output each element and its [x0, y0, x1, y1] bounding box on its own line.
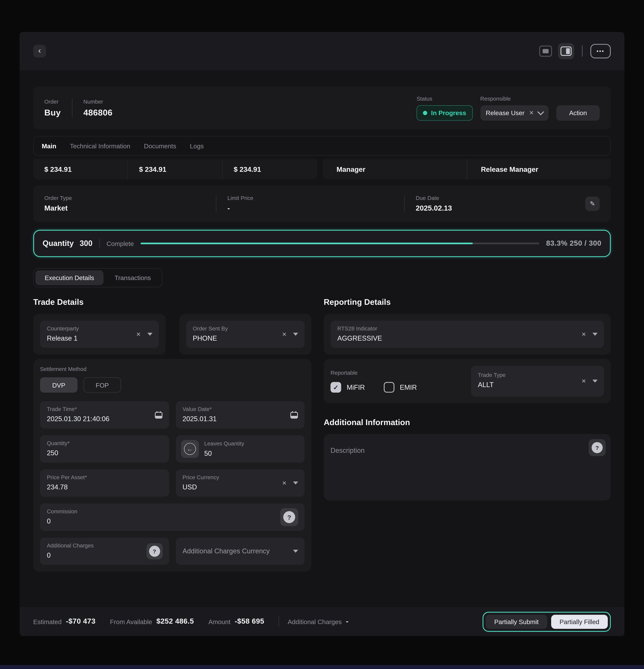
partially-filled-button[interactable]: Partially Filled — [551, 614, 608, 629]
emir-checkbox-item[interactable]: EMIR — [384, 382, 417, 393]
commission-value: 0 — [47, 517, 298, 525]
more-options-button[interactable]: ••• — [590, 44, 611, 58]
split-panel-button[interactable] — [558, 43, 574, 59]
price-currency-label: Price Currency — [182, 474, 298, 481]
tab-main[interactable]: Main — [42, 142, 56, 150]
order-number-group: Number 486806 — [83, 98, 113, 117]
chevron-down-icon[interactable] — [538, 109, 544, 115]
fullscreen-layout-icon[interactable] — [539, 46, 552, 57]
manager-card: Manager Release Manager — [323, 159, 611, 180]
order-number-value: 486806 — [83, 108, 113, 117]
clear-icon[interactable]: ✕ — [529, 110, 534, 116]
counterparty-select[interactable]: Counterparty Release 1 ✕ — [40, 321, 159, 348]
additional-charges-help-button[interactable]: ? — [146, 543, 163, 559]
price-per-asset-value: 234.78 — [47, 483, 162, 491]
quantity-progress-card: Quantity 300 Complete 83.3% 250 / 300 — [33, 230, 611, 257]
limit-price-label: Limit Price — [228, 195, 404, 201]
quantity-divider — [99, 238, 100, 248]
value-date-label: Value Date* — [182, 406, 298, 412]
rts28-label: RTS28 Indicator — [337, 325, 597, 332]
caret-down-icon[interactable] — [592, 333, 598, 336]
status-label: Status — [416, 95, 472, 102]
order-sent-by-label: Order Sent By — [193, 325, 298, 332]
caret-down-icon[interactable] — [293, 550, 298, 553]
reportable-label: Reportable — [331, 370, 417, 376]
quantity-label: Quantity — [43, 239, 74, 248]
description-help-button[interactable]: ? — [589, 439, 606, 456]
order-card-divider — [404, 195, 405, 212]
question-icon: ? — [283, 511, 295, 523]
checkbox-checked-icon[interactable]: ✓ — [331, 382, 341, 393]
settlement-method-label: Settlement Method — [40, 366, 305, 372]
window-controls: ••• — [539, 43, 611, 59]
quantity-field[interactable]: Quantity* 250 — [40, 435, 169, 462]
order-header-card: Order Buy Number 486806 Status In Progre… — [33, 86, 611, 129]
quantity-field-label: Quantity* — [47, 440, 162, 446]
price-strip: $ 234.91 $ 234.91 $ 234.91 Manager Relea… — [33, 159, 611, 180]
caret-down-icon[interactable] — [592, 380, 598, 383]
commission-help-button[interactable]: ? — [280, 508, 298, 526]
clear-icon[interactable]: ✕ — [136, 331, 141, 338]
trade-details-title: Trade Details — [33, 298, 311, 307]
pencil-icon: ✎ — [590, 200, 595, 208]
partially-submit-button[interactable]: Partially Submit — [486, 614, 547, 629]
caret-down-icon[interactable] — [147, 333, 152, 336]
clear-icon[interactable]: ✕ — [282, 331, 287, 338]
back-button[interactable]: ‹ — [33, 45, 46, 58]
description-textarea[interactable]: Description — [331, 447, 604, 455]
price-per-asset-label: Price Per Asset* — [47, 474, 162, 481]
clear-icon[interactable]: ✕ — [282, 480, 287, 486]
tab-logs[interactable]: Logs — [190, 142, 204, 150]
price-per-asset-field[interactable]: Price Per Asset* 234.78 — [40, 469, 169, 497]
edit-button[interactable]: ✎ — [585, 197, 600, 211]
estimated-value: -$70 473 — [66, 617, 96, 626]
clear-icon[interactable]: ✕ — [582, 331, 586, 338]
commission-field[interactable]: Commission 0 ? — [40, 503, 305, 531]
trade-type-select[interactable]: Trade Type ALLT ✕ — [471, 366, 604, 397]
leaves-quantity-label: Leaves Quantity — [204, 440, 244, 447]
screen: ‹ ••• Order Buy — [0, 0, 644, 669]
tab-transactions[interactable]: Transactions — [105, 270, 160, 285]
price-cell: $ 234.91 — [33, 159, 128, 180]
question-icon: ? — [591, 442, 603, 453]
calendar-icon[interactable] — [290, 411, 298, 419]
order-sent-by-card: Order Sent By PHONE ✕ — [179, 314, 311, 355]
additional-charges-field[interactable]: Additional Charges 0 ? — [40, 538, 169, 565]
action-button[interactable]: Action — [556, 105, 600, 120]
leaves-quantity-field: ← Leaves Quantity 50 — [176, 435, 305, 462]
copy-leaves-button[interactable]: ← — [181, 440, 199, 458]
price-cell: $ 234.91 — [223, 159, 317, 180]
estimated-label: Estimated — [33, 618, 62, 625]
checkbox-unchecked-icon[interactable] — [384, 382, 394, 393]
additional-charges-currency-select[interactable]: Additional Charges Currency — [176, 538, 305, 565]
responsible-select[interactable]: Release User ✕ — [480, 105, 548, 120]
emir-label: EMIR — [400, 383, 417, 391]
counterparty-label: Counterparty — [47, 325, 152, 332]
clear-icon[interactable]: ✕ — [582, 378, 586, 384]
tab-documents[interactable]: Documents — [144, 142, 176, 150]
caret-down-icon[interactable] — [293, 333, 298, 336]
caret-down-icon[interactable] — [293, 482, 298, 485]
value-date-field[interactable]: Value Date* 2025.01.31 — [176, 401, 305, 428]
status-badge: In Progress — [416, 105, 472, 120]
amount-value: -$58 695 — [235, 617, 264, 626]
order-label: Order — [44, 98, 61, 105]
section-tabs: Execution Details Transactions — [33, 268, 162, 287]
responsible-label: Responsible — [480, 95, 548, 102]
rts28-select[interactable]: RTS28 Indicator AGGRESSIVE ✕ — [331, 321, 604, 348]
fop-button[interactable]: FOP — [84, 378, 121, 393]
tab-execution-details[interactable]: Execution Details — [35, 270, 103, 285]
manager-cell: Manager — [323, 159, 467, 180]
dvp-button[interactable]: DVP — [40, 378, 77, 393]
action-group: . Action — [556, 95, 600, 120]
footer-divider — [279, 616, 279, 627]
order-sent-by-select[interactable]: Order Sent By PHONE ✕ — [186, 321, 305, 348]
order-card-divider — [216, 195, 217, 212]
calendar-icon[interactable] — [155, 411, 163, 419]
header-divider — [72, 98, 72, 117]
price-currency-select[interactable]: Price Currency USD ✕ — [176, 469, 305, 497]
tab-technical-information[interactable]: Technical Information — [70, 142, 130, 150]
order-side-value: Buy — [44, 108, 61, 117]
mifir-checkbox-item[interactable]: ✓ MiFIR — [331, 382, 365, 393]
trade-time-field[interactable]: Trade Time* 2025.01.30 21:40:06 — [40, 401, 169, 428]
